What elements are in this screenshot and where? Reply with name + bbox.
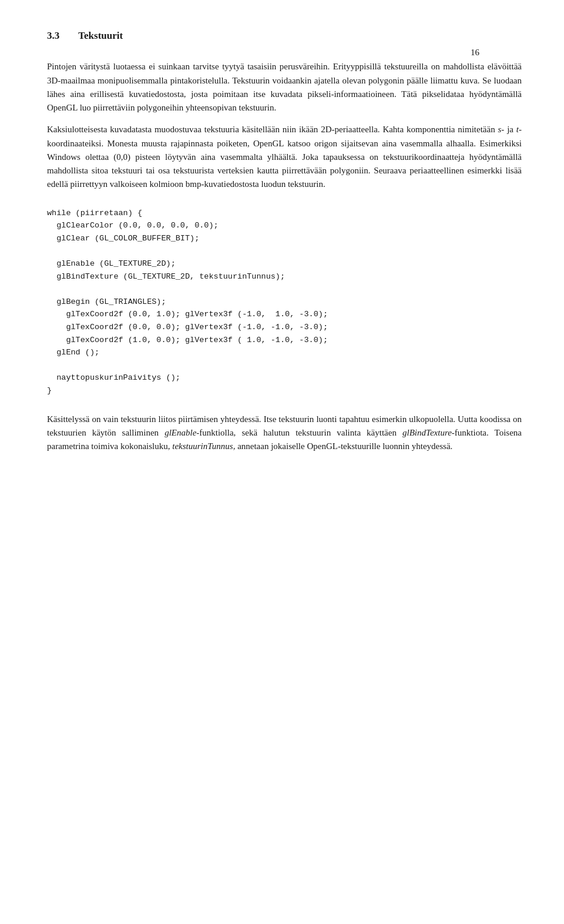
code-block: while (piirretaan) { glClearColor (0.0, … — [47, 202, 522, 402]
section-title: Tekstuurit — [78, 30, 123, 41]
section-heading: 3.3Tekstuurit — [47, 28, 522, 43]
paragraph-3: Käsittelyssä on vain tekstuurin liitos p… — [47, 413, 522, 454]
page-number: 16 — [471, 46, 479, 59]
paragraph-2: Kaksiulotteisesta kuvadatasta muodostuva… — [47, 123, 522, 191]
page-wrapper: 16 3.3Tekstuurit Pintojen väritystä luot… — [47, 28, 522, 453]
section-number: 3.3 — [47, 30, 59, 41]
paragraph-1: Pintojen väritystä luotaessa ei suinkaan… — [47, 60, 522, 115]
